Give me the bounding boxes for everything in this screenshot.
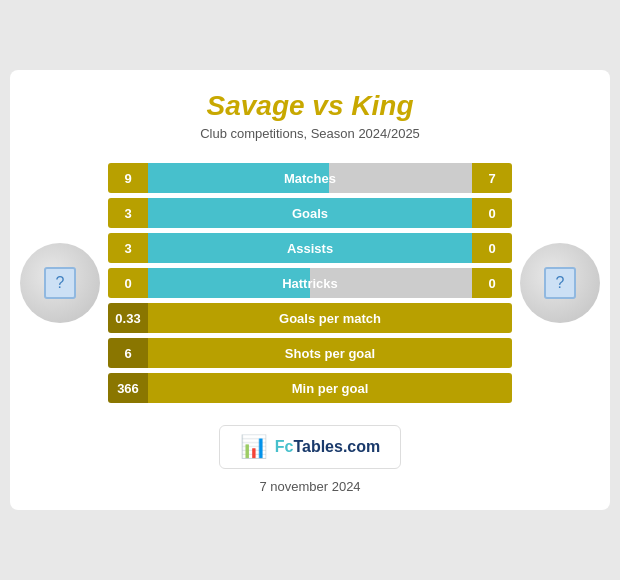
stat-left-min-per-goal: 366 [108,373,148,403]
content-area: ? 9 Matches 7 3 Goals 0 [10,153,610,413]
stat-row-assists: 3 Assists 0 [108,233,512,263]
stat-label-goals: Goals [292,206,328,221]
match-subtitle: Club competitions, Season 2024/2025 [30,126,590,141]
stat-row-matches: 9 Matches 7 [108,163,512,193]
stat-bar-assists: Assists [148,233,472,263]
stat-left-goals: 3 [108,198,148,228]
logo-text: FcTables.com [275,438,381,456]
stat-bar-min-per-goal: Min per goal [148,373,512,403]
header: Savage vs King Club competitions, Season… [10,90,610,153]
stat-label-assists: Assists [287,241,333,256]
stat-row-min-per-goal: 366 Min per goal [108,373,512,403]
stat-bar-goals-per-match: Goals per match [148,303,512,333]
stat-left-goals-per-match: 0.33 [108,303,148,333]
footer-date: 7 november 2024 [10,479,610,494]
stat-right-hattricks: 0 [472,268,512,298]
stat-bar-shots-per-goal: Shots per goal [148,338,512,368]
player-left-icon: ? [44,267,76,299]
logo-box: 📊 FcTables.com [219,425,402,469]
stat-left-shots-per-goal: 6 [108,338,148,368]
stat-label-shots-per-goal: Shots per goal [285,346,375,361]
stat-label-min-per-goal: Min per goal [292,381,369,396]
logo-tables: Tables.com [293,438,380,455]
stats-section: 9 Matches 7 3 Goals 0 3 [108,163,512,403]
stat-row-goals: 3 Goals 0 [108,198,512,228]
stat-row-goals-per-match: 0.33 Goals per match [108,303,512,333]
stat-bar-hattricks: Hattricks [148,268,472,298]
stat-label-goals-per-match: Goals per match [279,311,381,326]
stat-right-matches: 7 [472,163,512,193]
player-right-icon: ? [544,267,576,299]
stat-label-hattricks: Hattricks [282,276,338,291]
stat-right-assists: 0 [472,233,512,263]
avatar-left: ? [20,243,100,323]
stat-left-hattricks: 0 [108,268,148,298]
stat-row-shots-per-goal: 6 Shots per goal [108,338,512,368]
stat-label-matches: Matches [284,171,336,186]
logo-chart-icon: 📊 [240,434,267,460]
logo-fc: Fc [275,438,294,455]
stat-right-goals: 0 [472,198,512,228]
stat-row-hattricks: 0 Hattricks 0 [108,268,512,298]
stat-bar-goals: Goals [148,198,472,228]
card: Savage vs King Club competitions, Season… [10,70,610,510]
stat-left-matches: 9 [108,163,148,193]
logo-area: 📊 FcTables.com [10,425,610,469]
match-title: Savage vs King [30,90,590,122]
avatar-right: ? [520,243,600,323]
stat-left-assists: 3 [108,233,148,263]
stat-bar-matches: Matches [148,163,472,193]
